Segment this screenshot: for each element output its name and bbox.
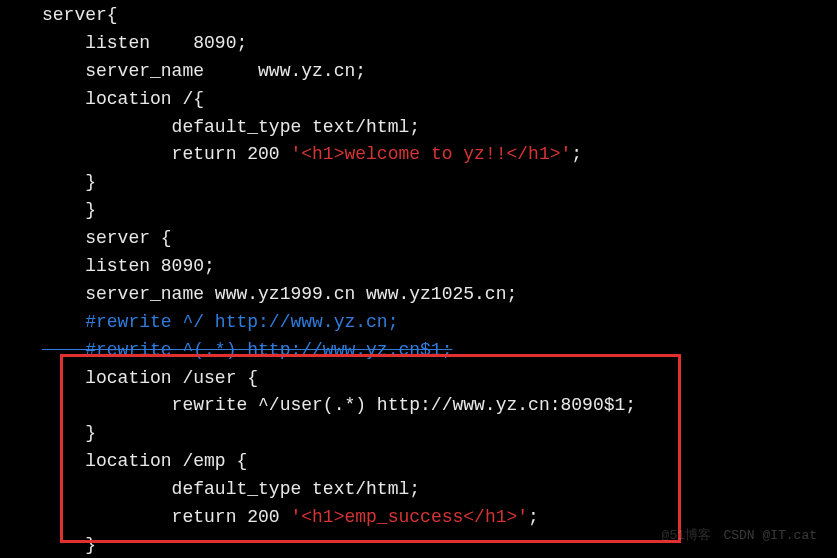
code-line: rewrite ^/user(.*) http://www.yz.cn:8090… (42, 392, 837, 420)
code-line: default_type text/html; (42, 476, 837, 504)
code-line: default_type text/html; (42, 114, 837, 142)
code-line: location /user { (42, 365, 837, 393)
text: return 200 (42, 507, 290, 527)
watermark: CSDN @IT.cat (723, 526, 817, 546)
text: return 200 (42, 144, 290, 164)
code-line: } (42, 532, 837, 558)
code-line: location /{ (42, 86, 837, 114)
string-literal: '<h1>welcome to yz!!</h1>' (290, 144, 571, 164)
code-line: } (42, 420, 837, 448)
code-line: } (42, 169, 837, 197)
code-line: return 200 '<h1>emp_success</h1>'; (42, 504, 837, 532)
code-line: } (42, 197, 837, 225)
text: ; (528, 507, 539, 527)
watermark: @51博客 (662, 526, 711, 546)
code-line: server{ (42, 2, 837, 30)
code-line: listen 8090; (42, 30, 837, 58)
code-comment-strike: #rewrite ^(.*) http://www.yz.cn$1; (42, 337, 837, 365)
code-line: server_name www.yz1999.cn www.yz1025.cn; (42, 281, 837, 309)
code-comment: #rewrite ^/ http://www.yz.cn; (42, 309, 837, 337)
code-line: listen 8090; (42, 253, 837, 281)
code-line: server_name www.yz.cn; (42, 58, 837, 86)
code-line: server { (42, 225, 837, 253)
string-literal: '<h1>emp_success</h1>' (290, 507, 528, 527)
code-line: return 200 '<h1>welcome to yz!!</h1>'; (42, 141, 837, 169)
code-line: location /emp { (42, 448, 837, 476)
text: ; (571, 144, 582, 164)
